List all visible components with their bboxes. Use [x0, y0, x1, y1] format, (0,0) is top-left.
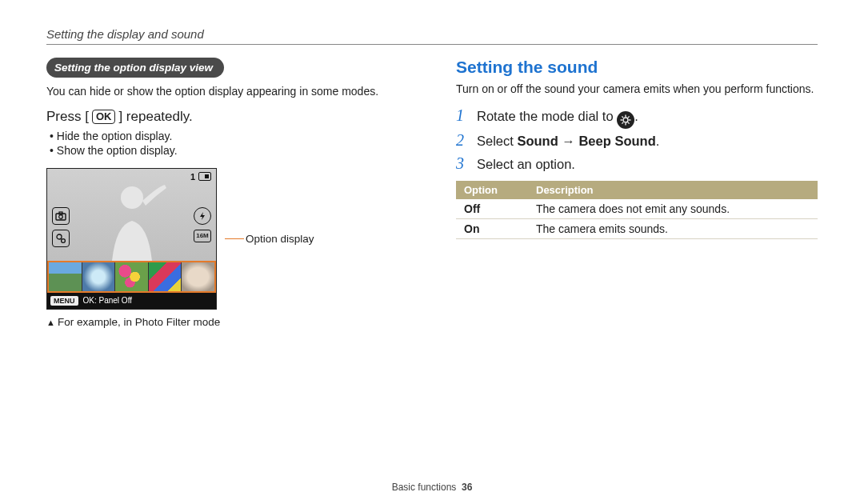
option-bullets: Hide the option display. Show the option… [50, 130, 408, 157]
subsection-pill: Setting the option display view [46, 58, 224, 78]
bullet-item: Show the option display. [50, 144, 408, 157]
bottom-hint: OK: Panel Off [83, 296, 133, 305]
filter-thumbnail [182, 262, 214, 291]
step-bold: Beep Sound [578, 134, 655, 148]
right-column: Setting the sound Turn on or off the sou… [456, 58, 818, 328]
left-column: Setting the option display view You can … [46, 58, 408, 328]
page-footer: Basic functions 36 [0, 482, 864, 493]
instruction-pre: Press [ [46, 109, 89, 125]
cell-description: The camera does not emit any sounds. [528, 199, 818, 219]
menu-button-label: MENU [50, 296, 78, 306]
person-silhouette-icon [96, 177, 168, 261]
svg-point-2 [59, 215, 63, 219]
filter-thumbnail [49, 262, 82, 291]
press-ok-instruction: Press [OK] repeatedly. [46, 109, 408, 125]
step-number: 3 [456, 154, 469, 173]
ok-key-icon: OK [92, 110, 116, 124]
svg-line-10 [622, 116, 624, 118]
step-3: 3 Select an option. [456, 154, 818, 173]
status-count: 1 [190, 172, 195, 182]
page-header: Setting the display and sound [46, 27, 818, 41]
illustration-caption: For example, in Photo Filter mode [46, 316, 408, 328]
filter-thumbnail [149, 262, 182, 291]
step-text: . [656, 134, 660, 148]
page-number: 36 [462, 482, 472, 493]
filter-thumbnail [82, 262, 116, 291]
options-table: Option Description Off The camera does n… [456, 181, 818, 239]
step-text: Rotate the mode dial to [477, 109, 617, 123]
step-number: 2 [456, 131, 469, 150]
camera-screen-illustration: 1 [46, 168, 217, 310]
col-header-option: Option [456, 181, 528, 199]
option-display-callout: Option display [225, 233, 314, 245]
svg-point-3 [57, 234, 62, 239]
camera-mode-icon [52, 207, 70, 225]
svg-point-5 [623, 118, 628, 122]
filter-thumbnail [115, 262, 149, 291]
step-arrow: → [558, 134, 579, 148]
instruction-post: ] repeatedly. [118, 109, 192, 125]
left-intro: You can hide or show the option display … [46, 84, 408, 99]
sound-intro: Turn on or off the sound your camera emi… [456, 82, 818, 97]
svg-line-13 [628, 116, 630, 118]
svg-line-12 [622, 122, 624, 123]
step-text: Select [477, 134, 517, 148]
cell-option: Off [456, 199, 528, 219]
table-row: Off The camera does not emit any sounds. [456, 199, 818, 219]
svg-point-4 [62, 238, 66, 242]
step-2: 2 Select Sound → Beep Sound. [456, 131, 818, 150]
cell-description: The camera emits sounds. [528, 218, 818, 238]
col-header-description: Description [528, 181, 818, 199]
footer-section: Basic functions [392, 482, 457, 493]
sound-heading: Setting the sound [456, 58, 818, 77]
table-row: On The camera emits sounds. [456, 218, 818, 238]
divider [46, 44, 818, 45]
step-bold: Sound [517, 134, 558, 148]
callout-label: Option display [246, 233, 314, 245]
step-number: 1 [456, 106, 469, 125]
bullet-item: Hide the option display. [50, 130, 408, 142]
step-1: 1 Rotate the mode dial to . [456, 106, 818, 126]
step-text: . [634, 109, 638, 123]
cell-option: On [456, 218, 528, 238]
battery-card-icon [198, 172, 211, 181]
resolution-icon: 16M [194, 230, 211, 242]
settings-dial-icon [617, 111, 634, 129]
option-display-strip [47, 261, 216, 293]
gears-mode-icon [52, 230, 70, 247]
step-text: Select an option. [477, 157, 575, 172]
flash-icon [194, 207, 211, 225]
svg-line-11 [628, 122, 630, 123]
